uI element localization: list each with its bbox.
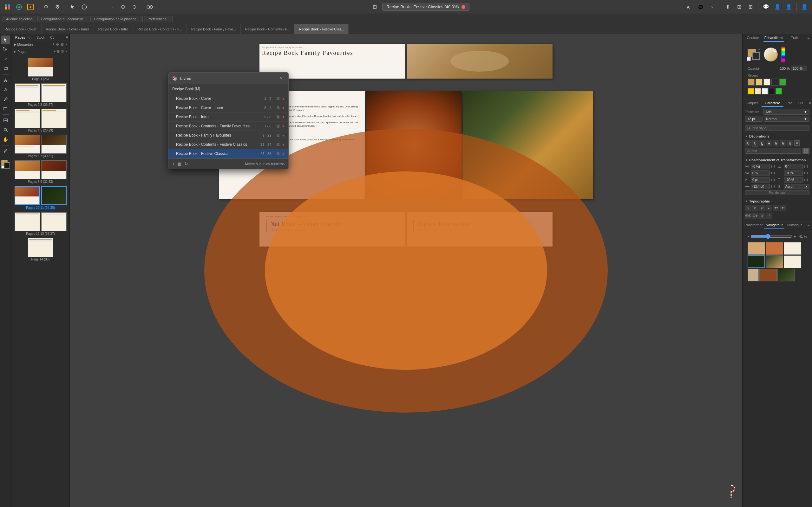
pages-layout-button[interactable]: ⊞ bbox=[57, 49, 60, 54]
nav-thumb-3[interactable] bbox=[784, 242, 801, 255]
tab-caractere[interactable]: Caractère bbox=[762, 100, 783, 107]
pages-delete-button[interactable]: 🗑 bbox=[61, 49, 64, 54]
comment-icon[interactable]: 💬 bbox=[761, 2, 771, 12]
bottom-panel-options[interactable]: ≡ bbox=[805, 222, 812, 229]
tab-navigateur[interactable]: Navigateur bbox=[764, 222, 785, 229]
va-input-1[interactable] bbox=[751, 164, 770, 169]
book-dropdown[interactable]: Recipe Book [M] ⌄ bbox=[168, 84, 288, 94]
fraction-btn[interactable]: ¹⁄₂ bbox=[752, 205, 758, 211]
slash-btn[interactable]: / bbox=[766, 213, 772, 219]
nav-icon-3[interactable]: ⊕ bbox=[118, 2, 128, 12]
font-family-selector[interactable]: Arial ▼ bbox=[763, 109, 809, 115]
tab-cover-inner[interactable]: Recipe Book - Cover - Inner bbox=[42, 24, 94, 34]
tab-stt[interactable]: StT bbox=[795, 100, 807, 107]
underline-btn-2[interactable]: U bbox=[752, 140, 758, 147]
panel-close-button[interactable]: ✕ bbox=[278, 75, 285, 81]
font-size-selector[interactable]: 12 pt bbox=[745, 116, 763, 122]
settings-icon-2[interactable]: ⚙ bbox=[52, 2, 62, 12]
nav-thumb-2[interactable] bbox=[766, 242, 783, 255]
node-tool[interactable] bbox=[1, 45, 10, 54]
recent-swatch-3[interactable] bbox=[763, 78, 770, 86]
image-tool[interactable] bbox=[1, 116, 10, 125]
page-thumb-1[interactable] bbox=[28, 58, 53, 77]
doc-config-button[interactable]: Configuration du document... bbox=[38, 16, 89, 22]
nav-thumb-9[interactable] bbox=[777, 269, 795, 281]
master-pages-toggle[interactable]: ▶ Maquettes bbox=[14, 43, 33, 47]
swatch-cream[interactable] bbox=[755, 88, 761, 95]
size-input[interactable] bbox=[751, 184, 770, 189]
page-thumb-4b[interactable] bbox=[41, 135, 67, 154]
smallcaps-btn[interactable]: Tт bbox=[780, 205, 786, 211]
grid2-icon[interactable]: ⊞ bbox=[734, 2, 744, 12]
profile1-icon[interactable]: 👤 bbox=[772, 2, 782, 12]
crop-tool[interactable] bbox=[1, 64, 10, 73]
tab-echantillons[interactable]: Échantillons bbox=[763, 34, 784, 42]
text-format-icon[interactable]: A↕ bbox=[684, 2, 694, 12]
update-numbers-button[interactable]: Mettre à jour les numéros bbox=[245, 162, 285, 166]
scale-y-stepper[interactable]: ⬆⬇ bbox=[803, 178, 809, 181]
va-input-2[interactable] bbox=[751, 170, 770, 176]
underline-btn-4[interactable]: ■ bbox=[766, 140, 772, 147]
transform-tool[interactable]: ⤢ bbox=[1, 55, 10, 63]
nav-thumb-1[interactable] bbox=[748, 242, 765, 255]
pages-more-button[interactable]: › bbox=[66, 49, 67, 54]
underline-btn-3[interactable]: U̳ bbox=[759, 140, 765, 147]
select-tool[interactable] bbox=[1, 36, 10, 44]
nav-icon-4[interactable]: ⊖ bbox=[129, 2, 139, 12]
app-icon-3[interactable]: A bbox=[26, 2, 36, 12]
angle-stepper[interactable]: ⬆⬇ bbox=[803, 165, 809, 168]
swatch-black[interactable] bbox=[768, 88, 775, 95]
recent-swatch-1[interactable] bbox=[748, 78, 755, 86]
nav-thumb-8[interactable] bbox=[759, 269, 777, 281]
page-thumb-5b[interactable] bbox=[41, 160, 67, 179]
page-thumb-6b[interactable] bbox=[41, 186, 67, 205]
ordinal-btn[interactable]: ① bbox=[759, 213, 765, 219]
nav-thumb-6[interactable] bbox=[784, 256, 801, 268]
settings-icon-1[interactable]: ⚙ bbox=[41, 2, 51, 12]
swatch-yellow[interactable] bbox=[748, 88, 754, 95]
tab-family[interactable]: Recipe Book - Family Favo... bbox=[187, 24, 241, 34]
app-icon-1[interactable] bbox=[3, 2, 13, 12]
tab-historique[interactable]: Historique bbox=[784, 222, 805, 229]
close-doc-button[interactable] bbox=[461, 5, 465, 9]
zoom-slider[interactable] bbox=[751, 234, 792, 239]
language-selector[interactable]: Aucun ▼ bbox=[784, 184, 810, 189]
underline-btn-1[interactable]: U bbox=[745, 140, 751, 147]
underline-color-btn[interactable] bbox=[794, 140, 800, 147]
scale-y-input[interactable] bbox=[784, 177, 803, 182]
va-stepper-1[interactable]: ⬆⬇ bbox=[770, 165, 775, 168]
add-book-button[interactable]: + bbox=[172, 161, 175, 166]
scale-x-input[interactable] bbox=[784, 170, 803, 176]
ctr-tab[interactable]: Ctr bbox=[48, 34, 57, 41]
recent-swatch-5[interactable] bbox=[779, 78, 786, 86]
page-thumb-2b[interactable] bbox=[41, 83, 67, 102]
oldstyle-btn[interactable]: ⓪① bbox=[745, 213, 751, 219]
book-entry-3[interactable]: Recipe Book - Contents - Family Favourit… bbox=[168, 122, 288, 131]
add-page-button[interactable]: + bbox=[52, 42, 55, 47]
tab-intro[interactable]: Recipe Book - Intro bbox=[94, 24, 133, 34]
delete-page-button[interactable]: 🗑 bbox=[61, 42, 64, 47]
tab-cover[interactable]: Recipe Book - Cover bbox=[0, 24, 42, 34]
stock-tab[interactable]: Stock bbox=[34, 34, 48, 41]
share-icon[interactable]: ⬆ bbox=[722, 2, 733, 12]
nav-thumb-5[interactable] bbox=[766, 256, 783, 268]
pages-panel-options-button[interactable]: ≡ bbox=[66, 35, 68, 40]
app-icon-2[interactable]: A bbox=[14, 2, 24, 12]
page-thumb-2a[interactable] bbox=[14, 83, 40, 102]
circle-icon[interactable] bbox=[79, 2, 90, 12]
pages-add-button[interactable]: + bbox=[54, 49, 55, 54]
grid-icon[interactable]: ⊞ bbox=[369, 2, 380, 12]
panel-options-button[interactable]: ≡ bbox=[805, 34, 812, 42]
preferences-button[interactable]: Préférences... bbox=[144, 16, 172, 22]
reset-colors-button[interactable] bbox=[747, 57, 751, 61]
book-entry-0[interactable]: Recipe Book - Cover 1 - 2 ⛓ ■ bbox=[168, 94, 288, 103]
planche-config-button[interactable]: Configuration de la planche... bbox=[90, 16, 143, 22]
page-thumb-8[interactable] bbox=[28, 238, 53, 257]
nav-thumb-4[interactable] bbox=[748, 256, 765, 268]
strikethrough-btn-2[interactable]: S bbox=[780, 140, 786, 147]
superscript-btn[interactable]: x² bbox=[759, 205, 765, 211]
page-settings-button[interactable]: ⚙ bbox=[56, 42, 59, 47]
opacity-input[interactable] bbox=[791, 66, 807, 71]
book-entry-5[interactable]: Recipe Book - Contents - Festive Classic… bbox=[168, 140, 288, 149]
angle-input[interactable] bbox=[784, 164, 803, 169]
